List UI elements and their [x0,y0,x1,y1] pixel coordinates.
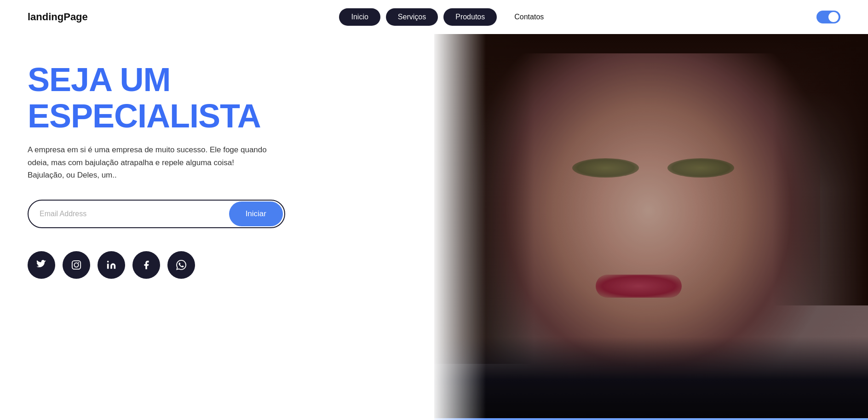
nav-servicos[interactable]: Serviços [386,8,438,26]
linkedin-button[interactable] [98,251,125,279]
whatsapp-icon [176,260,186,270]
hero-subtitle: A empresa em si é uma empresa de muito s… [28,144,267,181]
instagram-button[interactable] [63,251,90,279]
svg-rect-3 [107,264,109,269]
nav-menu: Inicio Serviços Produtos Contatos [339,8,556,26]
facebook-button[interactable] [132,251,160,279]
nav-contatos[interactable]: Contatos [502,8,556,26]
hero-section: SEJA UM ESPECIALISTA A empresa em si é u… [0,34,868,420]
logo: landingPage [28,11,88,23]
linkedin-icon [106,260,116,270]
navbar: landingPage Inicio Serviços Produtos Con… [0,0,868,34]
hero-content: SEJA UM ESPECIALISTA A empresa em si é u… [0,34,434,420]
instagram-icon [71,260,81,270]
twitter-button[interactable] [28,251,55,279]
iniciar-button[interactable]: Iniciar [229,201,283,226]
theme-toggle[interactable] [816,11,840,23]
twitter-icon [36,260,46,270]
nav-inicio[interactable]: Inicio [339,8,380,26]
svg-point-4 [107,261,109,263]
hero-blend [431,34,486,420]
email-input[interactable] [29,210,228,218]
hero-title: SEJA UM ESPECIALISTA [28,62,407,134]
svg-rect-0 [72,261,80,269]
svg-point-1 [74,263,78,267]
nav-produtos[interactable]: Produtos [443,8,497,26]
toggle-knob [828,12,839,22]
hero-title-line2: ESPECIALISTA [28,98,261,134]
email-form: Iniciar [28,200,285,228]
facebook-icon [141,260,151,270]
social-icons [28,251,407,279]
hero-title-line1: SEJA UM [28,61,170,98]
svg-point-2 [78,262,79,263]
whatsapp-button[interactable] [167,251,195,279]
